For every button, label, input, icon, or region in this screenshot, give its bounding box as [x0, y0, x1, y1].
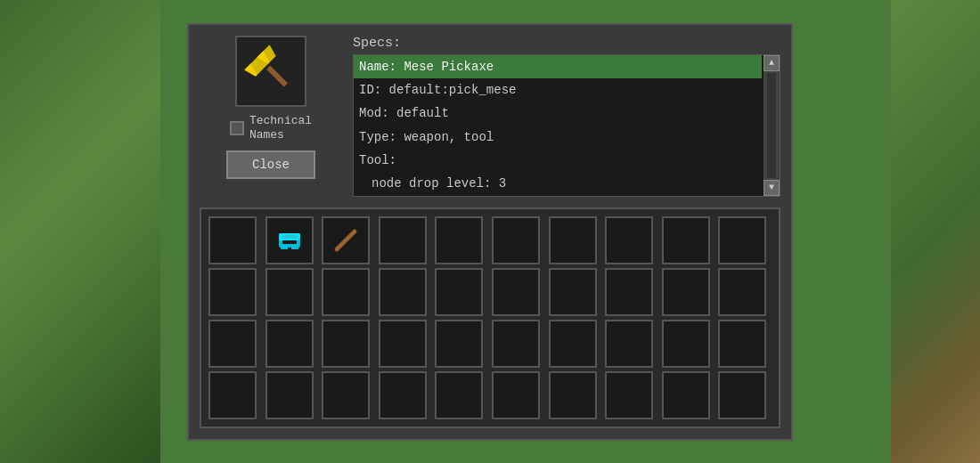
technical-names-checkbox[interactable]	[230, 121, 244, 135]
item-preview	[235, 36, 306, 107]
inv-slot-11[interactable]	[208, 268, 257, 316]
inv-slot-12[interactable]	[265, 268, 314, 316]
svg-rect-0	[266, 65, 288, 86]
inv-slot-9[interactable]	[662, 216, 710, 264]
inv-slot-15[interactable]	[435, 268, 483, 316]
inv-slot-26[interactable]	[492, 320, 540, 368]
inv-slot-19[interactable]	[662, 268, 710, 316]
spec-item-type[interactable]: Type: weapon, tool	[354, 126, 762, 149]
modal-dialog: TechnicalNames Close Specs: Name: Mese P…	[187, 23, 793, 441]
inv-slot-28[interactable]	[605, 320, 653, 368]
inv-slot-18[interactable]	[605, 268, 653, 316]
inv-slot-7[interactable]	[549, 216, 597, 264]
spec-item-id[interactable]: ID: default:pick_mese	[354, 78, 762, 102]
inv-slot-35[interactable]	[435, 371, 483, 419]
inv-slot-36[interactable]	[492, 371, 540, 419]
inv-slot-20[interactable]	[718, 268, 766, 316]
inv-slot-32[interactable]	[265, 371, 314, 419]
inv-slot-39[interactable]	[662, 371, 710, 419]
close-button[interactable]: Close	[226, 150, 315, 179]
inv-slot-29[interactable]	[662, 320, 710, 368]
inv-slot-22[interactable]	[265, 320, 314, 368]
top-section: TechnicalNames Close Specs: Name: Mese P…	[200, 36, 780, 197]
inv-slot-10[interactable]	[718, 216, 766, 264]
svg-rect-9	[282, 240, 297, 244]
modal-overlay: TechnicalNames Close Specs: Name: Mese P…	[0, 0, 980, 463]
scrollbar-track	[767, 73, 776, 178]
inv-slot-4[interactable]	[379, 216, 427, 264]
inv-slot-14[interactable]	[379, 268, 427, 316]
stick-icon	[330, 224, 362, 256]
inv-slot-25[interactable]	[435, 320, 483, 368]
spec-item-mod[interactable]: Mod: default	[354, 102, 762, 125]
inv-slot-17[interactable]	[549, 268, 597, 316]
inv-slot-24[interactable]	[379, 320, 427, 368]
mese-pickaxe-icon	[244, 45, 298, 98]
inv-slot-23[interactable]	[322, 320, 370, 368]
inv-slot-8[interactable]	[605, 216, 653, 264]
inv-slot-13[interactable]	[322, 268, 370, 316]
svg-line-11	[337, 232, 355, 249]
specs-label: Specs:	[353, 36, 780, 51]
technical-names-row: TechnicalNames	[230, 114, 312, 144]
inv-slot-2[interactable]	[265, 216, 314, 264]
specs-list[interactable]: Name: Mese Pickaxe ID: default:pick_mese…	[353, 54, 780, 197]
inv-slot-3[interactable]	[322, 216, 370, 264]
inv-slot-37[interactable]	[549, 371, 597, 419]
svg-rect-8	[282, 235, 297, 239]
specs-content: Name: Mese Pickaxe ID: default:pick_mese…	[354, 55, 780, 196]
inv-slot-30[interactable]	[718, 320, 766, 368]
spec-item-tool[interactable]: Tool:	[354, 149, 762, 172]
inv-slot-38[interactable]	[605, 371, 653, 419]
specs-scrollbar: ▲ ▼	[764, 55, 780, 196]
inv-slot-27[interactable]	[549, 320, 597, 368]
spec-item-name[interactable]: Name: Mese Pickaxe	[354, 55, 762, 78]
helmet-icon	[274, 224, 306, 256]
scrollbar-up-button[interactable]: ▲	[764, 55, 780, 71]
left-panel: TechnicalNames Close	[200, 36, 342, 197]
spec-item-node-drop[interactable]: node drop level: 3	[354, 172, 762, 195]
technical-names-label: TechnicalNames	[249, 114, 312, 144]
svg-rect-7	[291, 244, 298, 249]
inv-slot-1[interactable]	[208, 216, 257, 264]
inv-slot-21[interactable]	[208, 320, 257, 368]
specs-panel: Specs: Name: Mese Pickaxe ID: default:pi…	[353, 36, 780, 197]
inv-slot-16[interactable]	[492, 268, 540, 316]
inv-slot-40[interactable]	[718, 371, 766, 419]
inv-slot-31[interactable]	[208, 371, 257, 419]
inventory-grid	[200, 207, 780, 428]
inv-slot-6[interactable]	[492, 216, 540, 264]
scrollbar-down-button[interactable]: ▼	[764, 180, 780, 196]
inv-slot-33[interactable]	[322, 371, 370, 419]
inv-slot-34[interactable]	[379, 371, 427, 419]
svg-rect-6	[281, 244, 288, 249]
inv-slot-5[interactable]	[435, 216, 483, 264]
